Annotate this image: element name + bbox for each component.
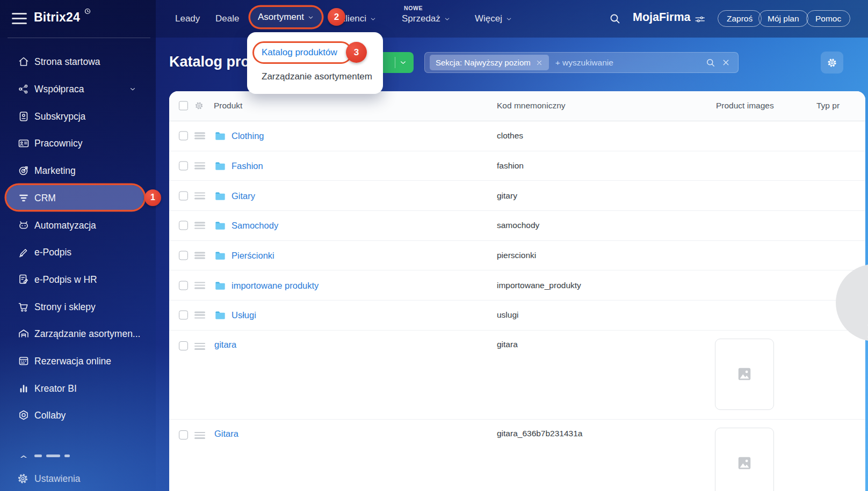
product-image-placeholder (715, 339, 774, 410)
row-checkbox[interactable] (179, 311, 188, 320)
nav-item-deale[interactable]: Deale (215, 0, 239, 38)
folder-link-pierścionki[interactable]: Pierścionki (232, 250, 274, 260)
drag-handle[interactable] (194, 432, 205, 439)
nav-item-label: Asortyment (258, 12, 304, 23)
crm-icon (17, 192, 30, 204)
search-icon[interactable] (705, 57, 716, 68)
row-checkbox[interactable] (179, 221, 188, 230)
hamburger-menu-icon[interactable] (12, 13, 27, 24)
sidebar-item-ustawienia[interactable]: Ustawienia (0, 466, 156, 491)
row-checkbox[interactable] (179, 191, 188, 200)
sliders-icon[interactable] (694, 13, 706, 25)
sidebar-item-marketing[interactable]: Marketing (0, 157, 156, 185)
nav-item-leady[interactable]: Leady (175, 0, 200, 38)
sidebar-item-rezerwacja-online[interactable]: Rezerwacja online (0, 348, 156, 375)
drag-handle[interactable] (194, 312, 205, 319)
select-all-checkbox[interactable] (179, 101, 188, 111)
sidebar-item-strona-startowa[interactable]: Strona startowa (0, 48, 156, 76)
column-header-kod-mnemoniczny[interactable]: Kod mnemoniczny (497, 101, 566, 111)
employees-icon (17, 137, 30, 150)
drag-handle[interactable] (194, 252, 205, 259)
gear-icon[interactable] (194, 101, 204, 111)
sidebar-item-partial[interactable] (0, 449, 156, 458)
product-link-gitara[interactable]: gitara (214, 340, 236, 350)
folder-link-clothing[interactable]: Clothing (232, 131, 264, 141)
mnemonic-code: importowane_produkty (497, 281, 581, 290)
annotation-badge-2: 2 (328, 8, 345, 26)
search-icon (609, 12, 621, 25)
folder-icon (214, 131, 226, 141)
mnemonic-code: samochody (497, 221, 539, 230)
gear-icon (16, 472, 30, 486)
folder-link-samochody[interactable]: Samochody (232, 221, 278, 231)
sidebar-item-automatyzacja[interactable]: Automatyzacja (0, 211, 156, 239)
row-checkbox[interactable] (179, 131, 188, 141)
sidebar-item-kreator-bi[interactable]: Kreator BI (0, 375, 156, 402)
sidebar-item-label: Marketing (34, 165, 76, 177)
folder-link-gitary[interactable]: Gitary (232, 190, 255, 201)
sidebar-item-zarządzanie-asortymen[interactable]: Zarządzanie asortymen... (0, 320, 156, 348)
portal-name[interactable]: MojaFirma (633, 11, 691, 24)
close-icon[interactable] (536, 59, 543, 67)
drag-handle[interactable] (194, 162, 205, 169)
drag-handle[interactable] (194, 133, 205, 140)
sidebar-item-współpraca[interactable]: Współpraca (0, 76, 156, 103)
sidebar-item-label: Współpraca (34, 84, 84, 95)
folder-link-importowane-produkty[interactable]: importowane produkty (232, 280, 319, 290)
nav-item-sprzedaż[interactable]: NOWESprzedaż (402, 0, 451, 38)
column-header-produkt[interactable]: Produkt (214, 101, 242, 111)
column-header-product-images[interactable]: Product images (716, 101, 774, 111)
clear-filter-icon[interactable] (721, 58, 730, 67)
close-icon (536, 59, 543, 67)
drag-handle[interactable] (194, 282, 205, 289)
drag-handle[interactable] (194, 222, 205, 229)
nav-item-label: Więcej (475, 13, 502, 24)
sidebar-item-crm[interactable]: CRM (0, 185, 156, 212)
sidebar-item-e-podpis[interactable]: e-Podpis (0, 239, 156, 266)
folder-link-usługi[interactable]: Usługi (232, 310, 256, 320)
folder-link-fashion[interactable]: Fashion (232, 160, 263, 171)
filter-chip[interactable]: Sekcja: Najwyższy poziom (430, 55, 549, 70)
search-input[interactable]: + wyszukiwanie (555, 58, 705, 68)
annotation-badge-1: 1 (144, 189, 161, 206)
row-checkbox[interactable] (179, 161, 188, 170)
pomoc-button[interactable]: Pomoc (806, 10, 850, 27)
zaproś-button[interactable]: Zaproś (718, 10, 762, 27)
row-checkbox[interactable] (179, 281, 188, 290)
column-header-typ-pr[interactable]: Typ pr (816, 101, 840, 111)
sidebar-item-subskrypcja[interactable]: Subskrypcja (0, 102, 156, 130)
row-checkbox[interactable] (179, 430, 188, 439)
chevron-down-icon (307, 14, 314, 21)
nav-item-label: Sprzedaż (402, 13, 440, 24)
nav-item-asortyment[interactable]: Asortyment (250, 7, 322, 27)
button-divider (395, 57, 395, 68)
sidebar-item-strony-i-sklepy[interactable]: Strony i sklepy (0, 293, 156, 320)
nav-item-label: Deale (215, 13, 239, 24)
chevron-down-icon (370, 16, 377, 23)
chevron-right-icon (862, 321, 868, 341)
row-checkbox[interactable] (179, 341, 188, 350)
menu-item-katalog-produktow[interactable]: Katalog produktów (262, 47, 337, 58)
filter-search-bar[interactable]: Sekcja: Najwyższy poziom + wyszukiwanie (424, 52, 739, 73)
chevron-down-icon[interactable] (399, 58, 407, 67)
esign-hr-icon (17, 273, 30, 286)
product-link-gitara[interactable]: Gitara (214, 429, 238, 439)
grid-settings-button[interactable] (821, 52, 843, 74)
sidebar-item-label: Kreator BI (34, 383, 77, 394)
nav-item-więcej[interactable]: Więcej (475, 0, 512, 38)
drag-handle[interactable] (194, 192, 205, 199)
image-placeholder-icon (736, 366, 753, 382)
sidebar-item-label: CRM (34, 192, 56, 203)
mój-plan-button[interactable]: Mój plan (758, 10, 808, 27)
table-row-fashion: Fashionfashion (169, 151, 865, 181)
row-checkbox[interactable] (179, 251, 188, 260)
menu-item-zarzadzanie-asortymentem[interactable]: Zarządzanie asortymentem (262, 71, 372, 82)
table-header: ProduktKod mnemonicznyProduct imagesTyp … (169, 91, 865, 121)
search-icon[interactable] (609, 12, 621, 25)
gear-icon (826, 57, 838, 69)
sidebar-item-pracownicy[interactable]: Pracownicy (0, 130, 156, 157)
sidebar-item-collaby[interactable]: Collaby (0, 402, 156, 429)
bitrix24-logo[interactable]: Bitrix24 (34, 10, 91, 25)
sidebar-item-e-podpis-w-hr[interactable]: e-Podpis w HR (0, 266, 156, 294)
drag-handle[interactable] (194, 343, 205, 350)
